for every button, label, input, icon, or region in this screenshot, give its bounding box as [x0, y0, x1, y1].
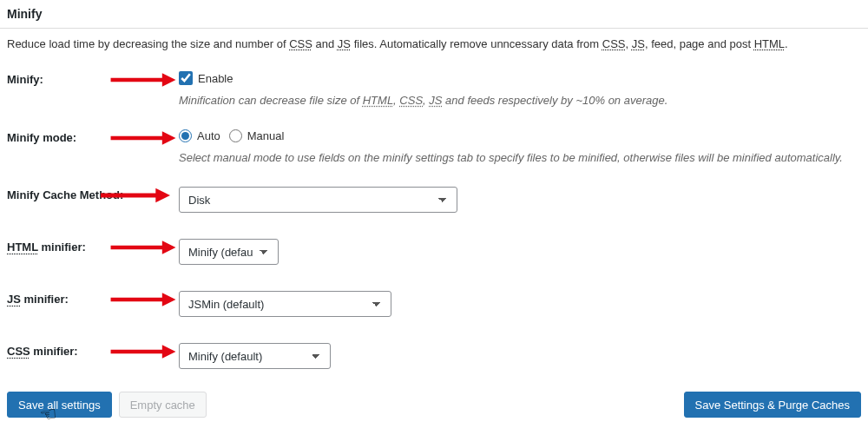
row-js-minifier: JS minifier: JSMin (default)	[0, 287, 868, 339]
row-enable: Minify: Enable Minification can decrease…	[0, 68, 868, 126]
label-html-minifier: HTML minifier:	[7, 239, 179, 254]
enable-checkbox[interactable]	[179, 71, 193, 85]
row-cache-method: Minify Cache Method: Disk	[0, 183, 868, 235]
mode-radio-manual-label: Manual	[247, 129, 285, 142]
label-mode: Minify mode:	[7, 129, 179, 144]
label-cache-method: Minify Cache Method:	[7, 187, 179, 201]
empty-cache-button[interactable]: Empty cache	[119, 392, 207, 418]
save-purge-button[interactable]: Save Settings & Purge Caches	[684, 392, 862, 418]
section-description: Reduce load time by decreasing the size …	[0, 29, 868, 68]
arrow-icon	[109, 129, 177, 147]
js-minifier-select[interactable]: JSMin (default)	[179, 291, 391, 317]
arrow-icon	[109, 239, 177, 256]
arrow-icon	[109, 71, 177, 89]
mode-radio-manual[interactable]	[229, 129, 242, 142]
css-minifier-select[interactable]: Minify (default)	[179, 343, 331, 369]
label-js-minifier: JS minifier:	[7, 291, 179, 306]
cache-method-select[interactable]: Disk	[179, 187, 457, 213]
html-minifier-select[interactable]: Minify (default)	[179, 239, 279, 265]
footer-buttons: Save all settings Empty cache Save Setti…	[0, 392, 868, 418]
mode-radio-auto-label: Auto	[197, 129, 220, 142]
save-all-button[interactable]: Save all settings	[7, 392, 112, 418]
label-css-minifier: CSS minifier:	[7, 343, 179, 358]
row-mode: Minify mode: Auto Manual Select manual m…	[0, 126, 868, 183]
section-title: Minify	[0, 0, 868, 29]
arrow-icon	[109, 343, 177, 360]
row-html-minifier: HTML minifier: Minify (default)	[0, 235, 868, 287]
enable-checkbox-label: Enable	[198, 72, 233, 85]
enable-help-text: Minification can decrease file size of H…	[179, 93, 861, 109]
arrow-icon	[109, 291, 177, 308]
row-css-minifier: CSS minifier: Minify (default)	[0, 339, 868, 378]
mode-help-text: Select manual mode to use fields on the …	[179, 150, 861, 166]
mode-radio-auto[interactable]	[179, 129, 192, 142]
label-minify: Minify:	[7, 71, 179, 86]
